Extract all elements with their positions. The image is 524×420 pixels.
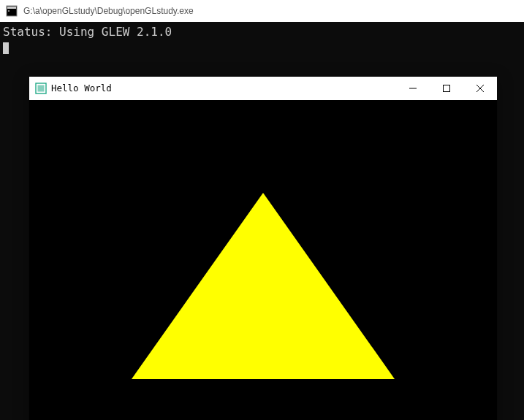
- svg-rect-4: [38, 85, 45, 92]
- app-window-title: Hello World: [51, 83, 396, 94]
- opengl-app-window: Hello World: [29, 77, 497, 420]
- minimize-icon: [409, 85, 417, 92]
- maximize-button[interactable]: [430, 77, 463, 100]
- console-window: G:\a\openGLstudy\Debug\openGLstudy.exe S…: [0, 0, 524, 420]
- console-app-icon: [6, 5, 18, 17]
- close-icon: [476, 85, 484, 92]
- console-status-line: Status: Using GLEW 2.1.0: [3, 25, 521, 40]
- svg-rect-1: [7, 7, 16, 9]
- console-window-title: G:\a\openGLstudy\Debug\openGLstudy.exe: [23, 6, 194, 16]
- opengl-canvas: [29, 100, 497, 420]
- console-cursor: [3, 42, 9, 54]
- app-icon: [35, 83, 47, 94]
- maximize-icon: [443, 85, 450, 92]
- svg-rect-6: [444, 85, 450, 92]
- window-controls: [396, 77, 497, 100]
- app-titlebar[interactable]: Hello World: [29, 77, 497, 100]
- console-titlebar[interactable]: G:\a\openGLstudy\Debug\openGLstudy.exe: [0, 0, 524, 22]
- console-output[interactable]: Status: Using GLEW 2.1.0 Hello World: [0, 22, 524, 420]
- close-button[interactable]: [463, 77, 497, 100]
- rendered-triangle: [132, 193, 395, 379]
- minimize-button[interactable]: [396, 77, 430, 100]
- svg-rect-2: [8, 10, 10, 12]
